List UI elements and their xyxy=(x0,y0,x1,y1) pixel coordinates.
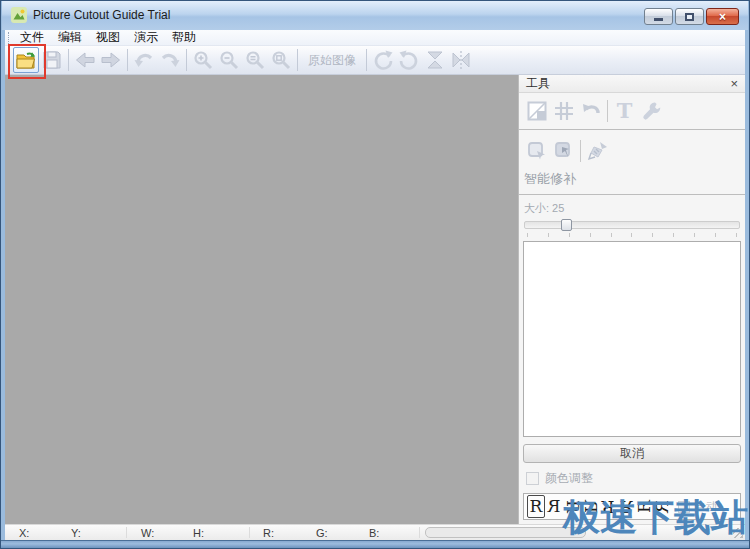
forward-arrow-icon xyxy=(99,48,123,72)
brush-size-label: 大小: 25 xyxy=(519,198,745,218)
menu-help[interactable]: 帮助 xyxy=(165,28,203,47)
slider-thumb[interactable] xyxy=(561,219,572,231)
orientation-option-8[interactable]: R xyxy=(652,498,673,516)
tool-row-fragment xyxy=(519,133,745,166)
flip-vertical-icon xyxy=(423,48,447,72)
undo-button[interactable] xyxy=(131,47,157,73)
flip-horizontal-icon xyxy=(449,48,473,72)
undo-tool-button[interactable] xyxy=(577,97,604,124)
panel-divider xyxy=(519,194,745,195)
toolbar-separator xyxy=(297,49,298,71)
brush-icon xyxy=(586,139,610,163)
crop-icon xyxy=(525,99,549,123)
app-icon xyxy=(11,7,27,23)
redo-button[interactable] xyxy=(157,47,183,73)
text-tool-button[interactable]: T xyxy=(611,97,638,124)
rotate-cw-button[interactable] xyxy=(370,47,396,73)
toolbar-gripper xyxy=(8,54,9,66)
zoom-out-button[interactable] xyxy=(216,47,242,73)
orientation-option-1[interactable]: R xyxy=(527,495,545,518)
menu-edit[interactable]: 编辑 xyxy=(51,28,89,47)
copy-fragment-button[interactable] xyxy=(523,137,550,164)
settings-tool-button[interactable] xyxy=(638,97,665,124)
menu-demo[interactable]: 演示 xyxy=(127,28,165,47)
flip-horizontal-button[interactable] xyxy=(448,47,474,73)
minimize-button[interactable] xyxy=(644,8,673,25)
orientation-option-5[interactable]: R xyxy=(599,496,617,517)
orientation-option-4[interactable]: R xyxy=(580,498,601,516)
status-h-label: H: xyxy=(193,527,204,539)
menu-file[interactable]: 文件 xyxy=(13,28,51,47)
orientation-option-2[interactable]: R xyxy=(545,496,563,517)
brush-size-slider[interactable] xyxy=(524,219,740,231)
status-separator xyxy=(419,527,420,538)
zoom-fit-button[interactable] xyxy=(242,47,268,73)
grid-tool-button[interactable] xyxy=(550,97,577,124)
smart-repair-brush-button[interactable] xyxy=(584,137,611,164)
status-b-label: B: xyxy=(369,527,379,539)
color-adjust-row: 颜色调整 xyxy=(526,470,738,487)
toolbar-separator xyxy=(366,49,367,71)
rotate-ccw-button[interactable] xyxy=(396,47,422,73)
zoom-in-button[interactable] xyxy=(190,47,216,73)
flip-vertical-button[interactable] xyxy=(422,47,448,73)
back-arrow-icon xyxy=(73,48,97,72)
toolbar-separator xyxy=(68,49,69,71)
close-icon: × xyxy=(719,10,726,24)
rotate-cw-icon xyxy=(371,48,395,72)
menubar-gripper xyxy=(8,32,9,44)
window-title: Picture Cutout Guide Trial xyxy=(33,8,170,22)
status-y-label: Y: xyxy=(71,527,81,539)
slider-track[interactable] xyxy=(524,221,740,229)
panel-divider xyxy=(519,129,745,130)
status-g-label: G: xyxy=(316,527,328,539)
forward-button[interactable] xyxy=(98,47,124,73)
open-button[interactable] xyxy=(13,47,39,73)
paste-fragment-icon xyxy=(552,139,576,163)
panel-separator xyxy=(607,100,608,122)
open-folder-icon xyxy=(15,49,37,71)
copy-fragment-icon xyxy=(525,139,549,163)
tool-row-main: T xyxy=(519,93,745,126)
panel-separator xyxy=(580,140,581,162)
undo-icon xyxy=(132,48,156,72)
close-button[interactable]: × xyxy=(706,8,739,25)
grid-icon xyxy=(552,99,576,123)
window-bottom-border xyxy=(1,540,749,548)
text-tool-icon: T xyxy=(617,98,633,123)
tools-panel-title: 工具 xyxy=(526,75,550,92)
panel-close-icon[interactable]: × xyxy=(730,78,738,90)
status-separator xyxy=(126,527,127,538)
resize-grip[interactable] xyxy=(733,528,743,538)
status-x-label: X: xyxy=(19,527,29,539)
image-canvas[interactable] xyxy=(5,75,518,524)
auto-checkbox[interactable] xyxy=(678,501,690,513)
title-bar: Picture Cutout Guide Trial × xyxy=(2,1,748,30)
paste-fragment-button[interactable] xyxy=(550,137,577,164)
maximize-icon xyxy=(685,13,694,21)
status-r-label: R: xyxy=(263,527,274,539)
maximize-button[interactable] xyxy=(675,8,704,25)
save-button[interactable] xyxy=(39,47,65,73)
crop-tool-button[interactable] xyxy=(523,97,550,124)
menu-view[interactable]: 视图 xyxy=(89,28,127,47)
orientation-option-6[interactable]: R xyxy=(617,496,635,517)
repair-preview-list[interactable] xyxy=(523,241,741,437)
original-image-button[interactable]: 原始图像 xyxy=(301,52,363,69)
status-separator xyxy=(249,527,250,538)
minimize-icon xyxy=(654,18,663,21)
auto-label: 自动 xyxy=(695,499,717,514)
color-adjust-checkbox[interactable] xyxy=(526,472,539,485)
statusbar-panel xyxy=(425,527,586,538)
zoom-actual-button[interactable] xyxy=(268,47,294,73)
wrench-icon xyxy=(640,99,664,123)
zoom-actual-icon xyxy=(270,49,292,71)
orientation-row: R R R R R R R R 自动 xyxy=(523,493,741,520)
toolbar: 原始图像 xyxy=(5,46,745,75)
undo-arrow-icon xyxy=(579,99,603,123)
slider-ticks xyxy=(527,233,737,237)
smart-repair-title: 智能修补 xyxy=(519,166,745,191)
toolbar-separator xyxy=(186,49,187,71)
back-button[interactable] xyxy=(72,47,98,73)
cancel-button[interactable]: 取消 xyxy=(523,444,741,463)
